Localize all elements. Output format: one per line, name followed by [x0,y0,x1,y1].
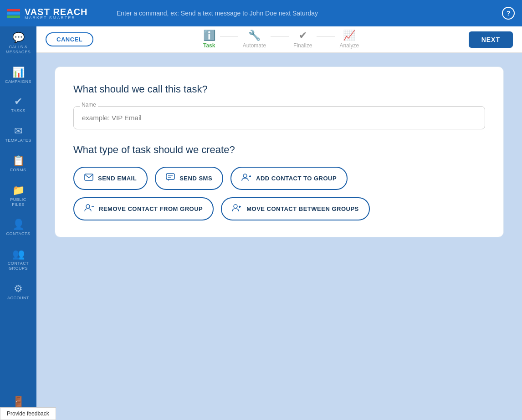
sign-out-icon: 🚪 [12,397,25,407]
help-button[interactable]: ? [502,7,515,20]
step-line-3 [317,36,335,36]
sidebar-item-public-files[interactable]: 📁 PUBLICFILES [0,179,36,214]
automate-step-label: Automate [243,42,266,49]
send-email-label: SEND EMAIL [98,175,137,182]
step-task[interactable]: ℹ️ Task [203,31,215,49]
sidebar-item-campaigns[interactable]: 📊 CAMPAIGNS [0,61,36,91]
feedback-bar[interactable]: Provide feedback [0,407,56,420]
account-icon: ⚙ [14,284,23,294]
sidebar-item-forms[interactable]: 📋 FORMS [0,149,36,179]
task-step-label: Task [203,42,215,49]
send-sms-label: SEND SMS [179,175,212,182]
task-step-icon: ℹ️ [203,31,215,41]
page-content: What should we call this task? Name What… [36,53,522,420]
svg-point-4 [243,174,247,178]
move-contact-between-groups-icon [232,204,242,214]
content-area: CANCEL ℹ️ Task 🔧 Automate ✔ Finalize [36,26,522,420]
task-name-title: What should we call this task? [73,83,485,95]
automate-step-icon: 🔧 [248,31,261,41]
next-button[interactable]: NEXT [469,31,513,48]
add-contact-to-group-icon [241,173,251,184]
sidebar-item-templates[interactable]: ✉ TEMPLATES [0,120,36,149]
contacts-label: CONTACTS [6,231,31,236]
step-finalize[interactable]: ✔ Finalize [293,31,312,49]
send-email-button[interactable]: SEND EMAIL [73,167,148,190]
contact-groups-label: CONTACTGROUPS [8,261,29,271]
task-card: What should we call this task? Name What… [55,67,504,237]
send-sms-icon [166,173,175,184]
flag-blue [7,12,20,15]
calls-messages-icon: 💬 [12,33,25,43]
analyze-step-label: Analyze [339,42,359,49]
top-header: VAST REACH MARKET SMARTER Enter a comman… [0,0,522,26]
command-bar-text: Enter a command, ex: Send a text message… [107,10,502,17]
flag-green [7,15,20,18]
task-options: SEND EMAIL SEND SMS [73,167,485,220]
step-line-1 [220,36,238,36]
contact-groups-icon: 👥 [12,249,25,259]
analyze-step-icon: 📈 [343,31,355,41]
add-contact-to-group-label: ADD CONTACT TO GROUP [256,175,337,182]
remove-contact-from-group-icon [84,204,94,214]
sidebar-item-calls-messages[interactable]: 💬 CALLS &MESSAGES [0,26,36,61]
task-name-input[interactable] [73,106,485,129]
tasks-label: TASKS [11,108,25,113]
svg-rect-1 [166,174,174,179]
cancel-button[interactable]: CANCEL [46,32,93,46]
step-automate[interactable]: 🔧 Automate [243,31,266,49]
finalize-step-label: Finalize [293,42,312,49]
step-bar: CANCEL ℹ️ Task 🔧 Automate ✔ Finalize [36,26,522,53]
campaigns-label: CAMPAIGNS [5,79,31,84]
logo-area: VAST REACH MARKET SMARTER [7,7,107,20]
public-files-icon: 📁 [12,185,25,195]
logo-flag [7,9,20,18]
templates-icon: ✉ [14,126,22,136]
svg-rect-0 [85,174,93,180]
sidebar-item-contact-groups[interactable]: 👥 CONTACTGROUPS [0,243,36,277]
account-label: ACCOUNT [7,296,29,301]
logo-text-group: VAST REACH MARKET SMARTER [25,7,88,20]
tasks-icon: ✔ [14,97,22,107]
remove-contact-from-group-label: REMOVE CONTACT FROM GROUP [99,205,203,212]
remove-contact-from-group-button[interactable]: REMOVE CONTACT FROM GROUP [73,197,214,220]
move-contact-between-groups-label: MOVE CONTACT BETWEEN GROUPS [246,205,359,212]
send-sms-button[interactable]: SEND SMS [155,167,223,190]
calls-messages-label: CALLS &MESSAGES [6,45,31,55]
name-field-label: Name [80,102,98,108]
campaigns-icon: 📊 [12,67,25,77]
step-analyze[interactable]: 📈 Analyze [339,31,359,49]
templates-label: TEMPLATES [5,138,31,143]
sidebar-item-account[interactable]: ⚙ ACCOUNT [0,277,36,307]
move-contact-between-groups-button[interactable]: MOVE CONTACT BETWEEN GROUPS [221,197,370,220]
contacts-icon: 👤 [12,220,25,230]
svg-point-7 [86,205,90,208]
task-type-title: What type of task should we create? [73,144,485,156]
sidebar: 💬 CALLS &MESSAGES 📊 CAMPAIGNS ✔ TASKS ✉ … [0,26,36,420]
sidebar-item-tasks[interactable]: ✔ TASKS [0,90,36,120]
send-email-icon [84,174,93,183]
name-field-wrapper: Name [73,106,485,129]
step-line-2 [271,36,289,36]
add-contact-to-group-button[interactable]: ADD CONTACT TO GROUP [230,167,348,190]
forms-label: FORMS [10,168,26,173]
steps-container: ℹ️ Task 🔧 Automate ✔ Finalize [93,31,468,49]
svg-point-9 [234,205,237,208]
finalize-step-icon: ✔ [299,31,307,41]
flag-red [7,9,20,11]
sidebar-item-contacts[interactable]: 👤 CONTACTS [0,213,36,243]
forms-icon: 📋 [12,156,25,166]
public-files-label: PUBLICFILES [10,197,26,207]
main-layout: 💬 CALLS &MESSAGES 📊 CAMPAIGNS ✔ TASKS ✉ … [0,26,522,420]
